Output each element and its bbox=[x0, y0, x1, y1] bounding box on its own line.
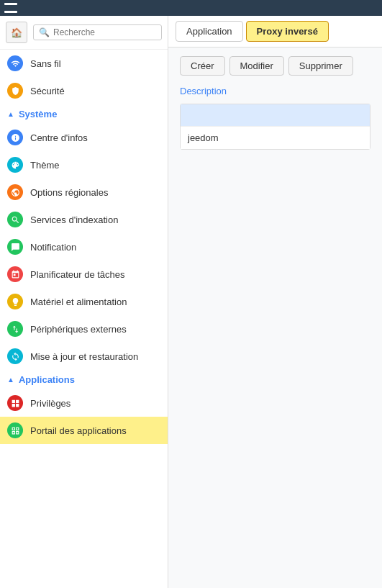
sidebar-item-options-regionales[interactable]: Options régionales bbox=[0, 178, 168, 206]
content-body: Créer Modifier Supprimer Description jee… bbox=[168, 48, 382, 588]
sidebar-item-peripheriques[interactable]: Périphériques externes bbox=[0, 315, 168, 343]
sidebar-label-sans-fil: Sans fil bbox=[30, 58, 61, 69]
peripheral-icon bbox=[7, 321, 23, 337]
info-icon bbox=[7, 130, 23, 145]
description-label: Description bbox=[180, 86, 370, 96]
portal-icon bbox=[7, 422, 23, 438]
section-systeme-label: Système bbox=[19, 109, 57, 119]
security-icon bbox=[7, 83, 23, 99]
sidebar-item-indexation[interactable]: Services d'indexation bbox=[0, 206, 168, 233]
theme-icon bbox=[7, 157, 23, 173]
sidebar-label-indexation: Services d'indexation bbox=[30, 214, 118, 225]
notification-icon bbox=[7, 239, 23, 255]
chevron-systeme-icon: ▲ bbox=[7, 110, 14, 118]
sidebar-header: 🏠 🔍 bbox=[0, 16, 168, 50]
sidebar-item-notification[interactable]: Notification bbox=[0, 233, 168, 261]
sidebar-item-mise-a-jour[interactable]: Mise à jour et restauration bbox=[0, 343, 168, 370]
sidebar-label-theme: Thème bbox=[30, 160, 59, 171]
tab-application[interactable]: Application bbox=[176, 21, 243, 42]
search-input[interactable] bbox=[53, 27, 156, 37]
sidebar-item-theme[interactable]: Thème bbox=[0, 151, 168, 178]
search-icon: 🔍 bbox=[39, 27, 50, 37]
chevron-applications-icon: ▲ bbox=[7, 376, 14, 384]
section-applications-label: Applications bbox=[19, 374, 75, 385]
creer-button[interactable]: Créer bbox=[180, 56, 225, 76]
planner-icon bbox=[7, 266, 23, 282]
section-systeme[interactable]: ▲ Système bbox=[0, 104, 168, 124]
update-icon bbox=[7, 348, 23, 364]
sidebar-label-privileges: Privilèges bbox=[30, 398, 71, 409]
tab-bar: Application Proxy inversé bbox=[168, 16, 382, 48]
sidebar-label-centre-infos: Centre d'infos bbox=[30, 132, 88, 143]
sidebar-item-privileges[interactable]: Privilèges bbox=[0, 389, 168, 417]
sidebar: 🏠 🔍 Sans fil Sécurité ▲ Système bbox=[0, 16, 168, 588]
privileges-icon bbox=[7, 395, 23, 411]
sidebar-label-notification: Notification bbox=[30, 242, 76, 253]
indexation-icon bbox=[7, 212, 23, 227]
tab-proxy-inverse[interactable]: Proxy inversé bbox=[246, 21, 329, 42]
sidebar-item-centre-infos[interactable]: Centre d'infos bbox=[0, 124, 168, 151]
table-row-highlight[interactable] bbox=[181, 104, 370, 126]
table-row-jeedom[interactable]: jeedom bbox=[181, 126, 370, 149]
sidebar-item-portail-applications[interactable]: Portail des applications bbox=[0, 417, 168, 444]
sidebar-label-peripheriques: Périphériques externes bbox=[30, 324, 127, 335]
action-bar: Créer Modifier Supprimer bbox=[180, 56, 370, 76]
menu-icon[interactable] bbox=[4, 3, 17, 13]
regional-icon bbox=[7, 184, 23, 200]
sidebar-label-securite: Sécurité bbox=[30, 86, 65, 96]
sidebar-label-portail-applications: Portail des applications bbox=[30, 425, 127, 436]
material-icon bbox=[7, 294, 23, 309]
section-applications[interactable]: ▲ Applications bbox=[0, 370, 168, 389]
sidebar-item-materiel[interactable]: Matériel et alimentation bbox=[0, 288, 168, 315]
proxy-table: jeedom bbox=[180, 104, 370, 150]
search-box[interactable]: 🔍 bbox=[33, 24, 162, 40]
content-area: Application Proxy inversé Créer Modifier… bbox=[168, 16, 382, 588]
modifier-button[interactable]: Modifier bbox=[229, 56, 284, 76]
sidebar-label-planificateur: Planificateur de tâches bbox=[30, 269, 125, 280]
sidebar-label-materiel: Matériel et alimentation bbox=[30, 297, 127, 307]
home-icon: 🏠 bbox=[11, 27, 22, 38]
wifi-icon bbox=[7, 55, 23, 71]
home-button[interactable]: 🏠 bbox=[6, 22, 27, 43]
sidebar-label-mise-a-jour: Mise à jour et restauration bbox=[30, 351, 138, 362]
top-bar bbox=[0, 0, 382, 16]
sidebar-item-sans-fil[interactable]: Sans fil bbox=[0, 50, 168, 77]
sidebar-label-options-regionales: Options régionales bbox=[30, 187, 108, 198]
sidebar-item-planificateur[interactable]: Planificateur de tâches bbox=[0, 261, 168, 288]
sidebar-item-securite[interactable]: Sécurité bbox=[0, 77, 168, 104]
supprimer-button[interactable]: Supprimer bbox=[288, 56, 353, 76]
